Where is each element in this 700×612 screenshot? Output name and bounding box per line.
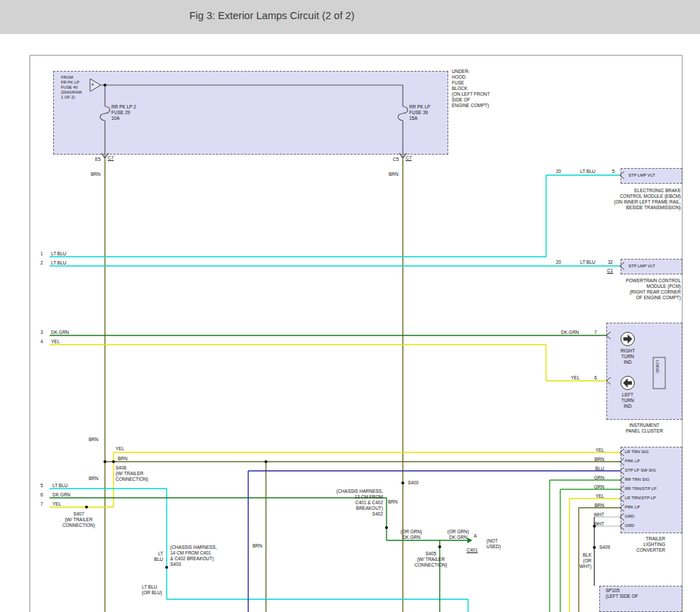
wire-color-label: LT BLU — [150, 551, 163, 562]
s400-dot — [401, 482, 404, 484]
wire-color-label: YEL — [52, 501, 61, 507]
ebcm-caption: ELECTRONIC BRAKE CONTROL MODULE (EBCM) (… — [560, 188, 681, 211]
wire-color-label: BLU — [583, 466, 604, 472]
ckt-number: 20 — [556, 169, 561, 174]
splice-s405-label: S405 (W/ TRAILER CONNECTION) — [411, 551, 450, 568]
wire-color-label: DK GRN — [52, 492, 70, 498]
circuit-number: 6 — [40, 492, 43, 498]
fuse-39-label: RR PK LP FUSE 39 15A — [409, 104, 430, 121]
pin-number: 6 — [594, 375, 597, 381]
wire-color-label: WHT — [583, 521, 604, 527]
s403-dot — [165, 566, 168, 569]
wire-color-label: YEL — [51, 339, 60, 345]
pin-a-label: A — [474, 533, 477, 539]
s405-dot — [438, 545, 441, 548]
wire-color-label: LT BLU (OR BLU) — [142, 584, 162, 596]
s409-dot — [593, 546, 596, 549]
wire-color-label: YEL — [571, 375, 579, 381]
converter-pin-label: LR TRN/STP LP — [625, 496, 656, 501]
wire-color-label: BRN — [118, 456, 128, 462]
logic-label: LOGIC — [655, 360, 660, 387]
splice-s402-label: (CHASSIS HARNESS, 13 CM FROM C401 & C402… — [323, 489, 383, 517]
wiring-svg — [0, 0, 700, 612]
not-used-label: (NOT USED) — [487, 538, 501, 550]
connector-c401-label: C401 — [467, 547, 478, 553]
wire-color-label: YEL — [583, 494, 604, 499]
circuit-number: 4 — [40, 339, 43, 345]
diagram-frame — [30, 55, 682, 612]
fuse-29-symbol — [100, 106, 110, 121]
ckt-number: 20 — [556, 260, 561, 265]
left-turn-ind-label: LEFT TURN IND — [615, 392, 640, 409]
pcm-caption: POWERTRAIN CONTROL MODULE (PCM) (RIGHT R… — [560, 278, 681, 301]
wire-color-label: YEL — [116, 446, 124, 452]
wire-color-label: BRN — [583, 503, 604, 508]
wire-color-label: (OR GRN) DK GRN — [443, 529, 474, 540]
ipc-caption: INSTRUMENT PANEL CLUSTER — [606, 423, 682, 434]
connector-c7-right: C7 — [406, 155, 411, 161]
connector-c1: C1 — [607, 268, 613, 274]
circuit-number: 3 — [40, 330, 43, 335]
converter-pin-label: STP LP SW SIG — [625, 468, 656, 473]
wire-color-label: BRN — [89, 437, 99, 443]
wire-color-label: BRN — [388, 499, 398, 505]
wire-color-label: BRN — [583, 457, 604, 462]
wire-color-label: DK GRN — [561, 330, 579, 335]
splice-s400-label: S400 — [408, 480, 418, 486]
pin-number: 32 — [608, 260, 613, 265]
converter-pin-label: LR TRN SIG — [625, 450, 649, 455]
wire-color-label: DK GRN — [51, 330, 69, 335]
s407-dot — [85, 506, 88, 508]
splice-s409-label: S409 — [599, 545, 610, 550]
circuit-number: 5 — [40, 483, 43, 489]
converter-pin-label: RR TRN/STP LP — [625, 486, 657, 491]
connector-cavity-c5: C5 — [393, 157, 399, 162]
wire-color-label: BRN — [89, 476, 99, 482]
wire-color-label: LT BLU — [51, 260, 66, 266]
connector-cavity-e5: E5 — [95, 157, 101, 162]
converter-pin-label: PRK LP — [625, 459, 640, 464]
fuse-block-internal-wires — [100, 85, 408, 158]
fuse-39-symbol — [398, 106, 408, 121]
converter-pin-label: GRD — [625, 514, 634, 519]
wire-color-label: GRN — [583, 475, 604, 481]
wire-color-label: BRN — [91, 172, 101, 177]
circuit-number: 1 — [40, 251, 43, 257]
circuit-number: 2 — [40, 260, 43, 266]
wire-color-label: LT BLU — [580, 169, 595, 174]
wire-color-label: LT BLU — [52, 483, 67, 489]
connector-c7-left: C7 — [108, 155, 113, 161]
wire-color-label: GRN — [583, 484, 604, 490]
splice-s403-label: (CHASSIS HARNESS, 14 CM FROM C401 & C402… — [170, 545, 217, 567]
circuit-number: 7 — [40, 501, 43, 507]
wiring-diagram-page: Fig 3: Exterior Lamps Circuit (2 of 2) — [0, 0, 700, 612]
splice-s406-label: S406 (W/ TRAILER CONNECTION) — [116, 465, 148, 482]
blu-wires — [248, 471, 620, 612]
wire-color-label: BRN — [389, 172, 399, 177]
right-turn-ind-label: RIGHT TURN IND — [615, 348, 640, 365]
source-ref-label: FROM FR PK LP FUSE 40 (DIAGRAM 1 OF 2) — [61, 75, 89, 100]
fuse-block-location-label: UNDER- HOOD FUSE BLOCK (ON LEFT FRONT SI… — [452, 69, 490, 108]
s406-dot — [112, 460, 115, 463]
wire-color-label: BLK (OR WHT) — [574, 552, 591, 569]
s402-dot — [385, 526, 388, 529]
wire-color-label: BRN — [252, 543, 262, 549]
wire-color-label: LT BLU — [51, 251, 66, 257]
pin-number: 7 — [594, 330, 597, 335]
wire-color-label: LT BLU — [580, 260, 595, 265]
source-triangle-label: A — [91, 82, 94, 87]
wire-color-label: WHT — [583, 512, 604, 518]
pcm-signal-label: STP LMP VLT — [628, 264, 655, 269]
pin-number: 5 — [612, 169, 615, 174]
converter-pin-label: RR TRN SIG — [625, 477, 650, 482]
sp105-label: SP105 (LEFT SIDE OF — [606, 588, 638, 599]
ebcm-signal-label: STP LMP VLT — [628, 173, 655, 178]
exit-arrow-icons — [101, 153, 406, 158]
fuse-29-label: RR PK LP 2 FUSE 29 10A — [111, 104, 136, 121]
converter-pin-label: PRK LP — [625, 505, 640, 510]
lt-blu-wires — [50, 175, 620, 612]
converter-caption: TRAILER LIGHTING CONVERTER — [609, 536, 665, 553]
wire-color-label: (OR GRN) DK GRN — [394, 529, 428, 540]
converter-pin-label: GRD — [625, 523, 634, 528]
splice-s407-label: S407 (W/ TRAILER CONNECTION) — [58, 511, 99, 528]
